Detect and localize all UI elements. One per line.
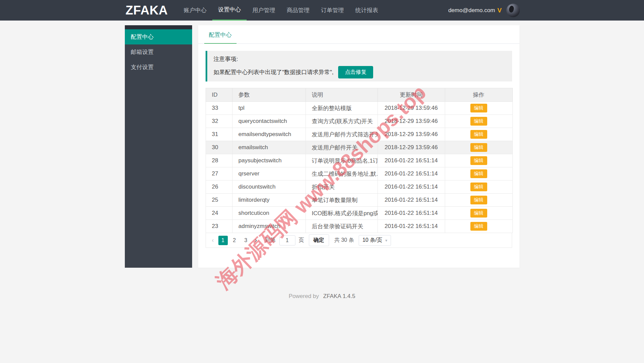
cell-updated: 2016-01-22 16:51:14 bbox=[378, 194, 445, 207]
fix-button[interactable]: 点击修复 bbox=[338, 66, 373, 78]
cell-param: emailswitch bbox=[232, 141, 306, 154]
cell-updated: 2018-12-29 13:59:46 bbox=[378, 128, 445, 141]
notice-box: 注意事项: 如果配置中心列表中出现了"数据接口请求异常", 点击修复 bbox=[206, 51, 512, 81]
col-header-param: 参数 bbox=[232, 88, 306, 102]
table-row: 33 tpl 全新的整站模版 2018-12-29 13:59:46 编辑 bbox=[206, 102, 512, 115]
cell-param: tpl bbox=[232, 102, 306, 115]
cell-desc: 后台登录验证码开关 bbox=[306, 220, 378, 233]
goto-page-input[interactable] bbox=[279, 235, 295, 245]
col-header-updated: 更新时间 bbox=[378, 88, 445, 102]
page-button-3[interactable]: 3 bbox=[241, 236, 251, 245]
table-row: 31 emailsendtypeswitch 发送用户邮件方式筛选开关 2018… bbox=[206, 128, 512, 141]
edit-button[interactable]: 编辑 bbox=[470, 143, 487, 152]
edit-button[interactable]: 编辑 bbox=[470, 222, 487, 231]
page-size-value: 10 条/页 bbox=[362, 237, 382, 244]
nav-item-settings[interactable]: 设置中心 bbox=[212, 0, 247, 21]
cell-updated: 2018-12-29 13:59:46 bbox=[378, 115, 445, 128]
cell-desc: 发送用户邮件方式筛选开关 bbox=[306, 128, 378, 141]
cell-updated: 2016-01-22 16:51:14 bbox=[378, 220, 445, 233]
table-header-row: ID 参数 说明 更新时间 操作 bbox=[206, 88, 512, 102]
footer: Powered by ZFAKA 1.4.5 bbox=[125, 293, 520, 300]
tabs-bar: 配置中心 bbox=[198, 25, 520, 44]
nav-item-users[interactable]: 用户管理 bbox=[247, 0, 281, 21]
cell-id: 28 bbox=[206, 154, 232, 167]
cell-param: paysubjectswitch bbox=[232, 154, 306, 167]
page-size-select[interactable]: 10 条/页 ▾ bbox=[359, 235, 391, 246]
table-row: 24 shortcuticon ICO图标,格式必须是png或... 2016-… bbox=[206, 207, 512, 220]
top-navbar: ZFAKA 账户中心 设置中心 用户管理 商品管理 订单管理 统计报表 demo… bbox=[0, 0, 644, 21]
col-header-id: ID bbox=[206, 88, 232, 102]
cell-desc: 生成二维码的服务地址,默... bbox=[306, 167, 378, 180]
col-header-actions: 操作 bbox=[445, 88, 512, 102]
cell-updated: 2016-01-22 16:51:14 bbox=[378, 167, 445, 180]
avatar[interactable] bbox=[506, 4, 520, 17]
edit-button[interactable]: 编辑 bbox=[470, 156, 487, 165]
cell-updated: 2016-01-22 16:51:14 bbox=[378, 180, 445, 194]
cell-updated: 2018-12-29 13:59:46 bbox=[378, 102, 445, 115]
edit-button[interactable]: 编辑 bbox=[470, 117, 487, 126]
edit-button[interactable]: 编辑 bbox=[470, 130, 487, 139]
pagination-bar: ‹ 1 2 3 › 到第 页 确定 共 30 条 10 条/页 ▾ bbox=[206, 233, 512, 248]
zfaka-logo[interactable]: ZFAKA bbox=[126, 0, 168, 21]
next-page-icon[interactable]: › bbox=[252, 237, 260, 244]
col-header-desc: 说明 bbox=[306, 88, 378, 102]
cell-id: 27 bbox=[206, 167, 232, 180]
cell-updated: 2018-12-29 13:59:46 bbox=[378, 141, 445, 154]
cell-param: qrserver bbox=[232, 167, 306, 180]
cell-param: discountswitch bbox=[232, 180, 306, 194]
sidebar: 配置中心 邮箱设置 支付设置 bbox=[125, 25, 192, 268]
confirm-button[interactable]: 确定 bbox=[309, 234, 329, 246]
cell-desc: 发送用户邮件开关 bbox=[306, 141, 378, 154]
cell-id: 30 bbox=[206, 141, 232, 154]
table-row: 23 adminyzmswitch 后台登录验证码开关 2016-01-22 1… bbox=[206, 220, 512, 233]
edit-button[interactable]: 编辑 bbox=[470, 196, 487, 204]
table-row: 32 querycontactswitch 查询方式(联系方式)开关 2018-… bbox=[206, 115, 512, 128]
page-button-2[interactable]: 2 bbox=[230, 236, 239, 245]
config-table: ID 参数 说明 更新时间 操作 33 tpl 全新的整站模版 2018-12-… bbox=[206, 88, 512, 248]
cell-updated: 2016-01-22 16:51:14 bbox=[378, 207, 445, 220]
cell-id: 31 bbox=[206, 128, 232, 141]
sidebar-item-config[interactable]: 配置中心 bbox=[125, 29, 192, 44]
notice-title: 注意事项: bbox=[214, 55, 512, 63]
edit-button[interactable]: 编辑 bbox=[470, 104, 487, 112]
cell-id: 33 bbox=[206, 102, 232, 115]
cell-param: querycontactswitch bbox=[232, 115, 306, 128]
powered-by-label: Powered by bbox=[289, 293, 319, 299]
nav-item-products[interactable]: 商品管理 bbox=[281, 0, 315, 21]
cell-param: limitorderqty bbox=[232, 194, 306, 207]
cell-id: 24 bbox=[206, 207, 232, 220]
table-row: 26 discountswitch 折扣开关 2016-01-22 16:51:… bbox=[206, 180, 512, 194]
goto-label: 到第 bbox=[265, 237, 276, 244]
content-card: 配置中心 注意事项: 如果配置中心列表中出现了"数据接口请求异常", 点击修复 … bbox=[198, 25, 520, 268]
cell-desc: 全新的整站模版 bbox=[306, 102, 378, 115]
tab-config-center[interactable]: 配置中心 bbox=[204, 25, 237, 44]
edit-button[interactable]: 编辑 bbox=[470, 209, 487, 218]
table-row: 27 qrserver 生成二维码的服务地址,默... 2016-01-22 1… bbox=[206, 167, 512, 180]
sidebar-item-email[interactable]: 邮箱设置 bbox=[125, 44, 192, 60]
user-menu[interactable]: demo@demo.com V bbox=[448, 0, 520, 21]
cell-param: adminyzmswitch bbox=[232, 220, 306, 233]
prev-page-icon[interactable]: ‹ bbox=[209, 237, 217, 244]
cell-param: emailsendtypeswitch bbox=[232, 128, 306, 141]
sidebar-item-payment[interactable]: 支付设置 bbox=[125, 60, 192, 75]
cell-desc: 订单说明显示:0商品名,1订... bbox=[306, 154, 378, 167]
edit-button[interactable]: 编辑 bbox=[470, 169, 487, 178]
nav-item-orders[interactable]: 订单管理 bbox=[315, 0, 350, 21]
total-count-label: 共 30 条 bbox=[334, 237, 354, 244]
cell-id: 25 bbox=[206, 194, 232, 207]
cell-id: 23 bbox=[206, 220, 232, 233]
version-label: ZFAKA 1.4.5 bbox=[323, 293, 355, 299]
edit-button[interactable]: 编辑 bbox=[470, 183, 487, 191]
cell-updated: 2016-01-22 16:51:14 bbox=[378, 154, 445, 167]
page-button-1[interactable]: 1 bbox=[218, 236, 228, 245]
nav-item-reports[interactable]: 统计报表 bbox=[350, 0, 384, 21]
nav-item-account[interactable]: 账户中心 bbox=[178, 0, 212, 21]
chevron-down-icon: ▾ bbox=[385, 238, 387, 243]
sidebar-top-strip bbox=[125, 25, 192, 29]
main-nav: 账户中心 设置中心 用户管理 商品管理 订单管理 统计报表 bbox=[178, 0, 384, 21]
vip-badge-icon: V bbox=[497, 7, 502, 14]
cell-desc: 查询方式(联系方式)开关 bbox=[306, 115, 378, 128]
page-unit-label: 页 bbox=[299, 237, 304, 244]
cell-param: shortcuticon bbox=[232, 207, 306, 220]
notice-body: 如果配置中心列表中出现了"数据接口请求异常", bbox=[214, 68, 334, 76]
